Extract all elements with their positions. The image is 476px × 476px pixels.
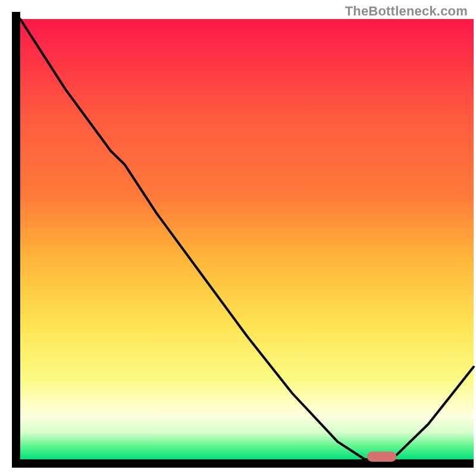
y-axis [12, 12, 20, 468]
optimum-marker [367, 452, 397, 462]
chart-stage: TheBottleneck.com [0, 0, 476, 476]
plot-background [20, 19, 474, 459]
bottleneck-chart [0, 0, 476, 476]
attribution-label: TheBottleneck.com [345, 4, 468, 19]
x-axis [12, 459, 474, 468]
